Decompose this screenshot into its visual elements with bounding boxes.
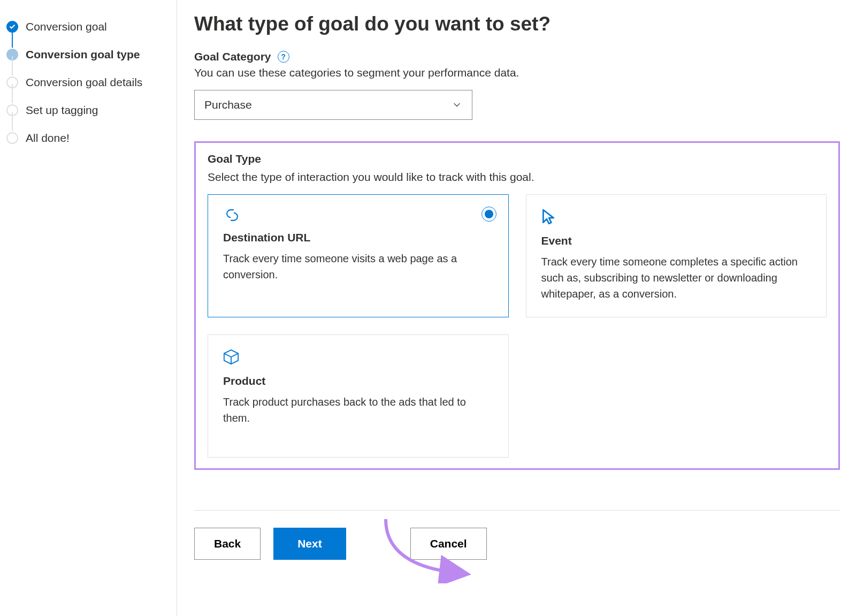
next-button[interactable]: Next [273, 528, 346, 560]
option-title: Event [541, 234, 812, 247]
goal-type-option-product[interactable]: Product Track product purchases back to … [208, 334, 509, 458]
goal-category-select[interactable]: Purchase [194, 90, 472, 120]
step-label: Conversion goal type [26, 48, 140, 61]
goal-type-panel: Goal Type Select the type of interaction… [194, 141, 840, 470]
step-label: All done! [26, 132, 70, 145]
option-description: Track every time someone completes a spe… [541, 254, 812, 302]
pending-step-icon [6, 132, 18, 144]
step-conversion-goal-type[interactable]: Conversion goal type [6, 41, 167, 69]
page-title: What type of goal do you want to set? [194, 13, 840, 35]
radio-selected-icon [482, 207, 496, 222]
empty-cell [526, 334, 827, 458]
option-description: Track every time someone visits a web pa… [223, 250, 493, 283]
back-button[interactable]: Back [194, 528, 261, 560]
step-conversion-goal-details[interactable]: Conversion goal details [6, 69, 167, 96]
goal-category-description: You can use these categories to segment … [194, 66, 840, 79]
goal-type-option-destination-url[interactable]: Destination URL Track every time someone… [208, 194, 509, 317]
goal-category-label: Goal Category [194, 50, 271, 63]
option-title: Product [223, 375, 493, 387]
goal-type-description: Select the type of interaction you would… [208, 171, 827, 184]
step-label: Conversion goal details [26, 76, 142, 89]
wizard-footer: Back Next Cancel [194, 511, 840, 560]
cursor-icon [541, 209, 812, 227]
wizard-steps: Conversion goal Conversion goal type Con… [6, 13, 167, 152]
help-icon[interactable]: ? [278, 51, 289, 63]
goal-type-label: Goal Type [208, 153, 827, 165]
goal-category-label-row: Goal Category ? [194, 50, 840, 63]
spacer [359, 528, 398, 560]
goal-type-row-1: Destination URL Track every time someone… [208, 194, 827, 317]
step-label: Conversion goal [26, 20, 107, 33]
option-description: Track product purchases back to the ads … [223, 394, 493, 426]
step-conversion-goal[interactable]: Conversion goal [6, 13, 167, 41]
goal-type-option-event[interactable]: Event Track every time someone completes… [526, 194, 827, 317]
step-set-up-tagging[interactable]: Set up tagging [6, 96, 167, 124]
step-label: Set up tagging [26, 104, 98, 117]
wizard-sidebar: Conversion goal Conversion goal type Con… [0, 0, 177, 616]
goal-type-row-2: Product Track product purchases back to … [208, 334, 827, 458]
box-icon [223, 349, 493, 367]
select-value: Purchase [204, 98, 252, 111]
chevron-down-icon [452, 100, 462, 110]
main-content: What type of goal do you want to set? Go… [177, 0, 856, 616]
link-icon [223, 209, 493, 224]
cancel-button[interactable]: Cancel [410, 528, 487, 560]
option-title: Destination URL [223, 231, 493, 244]
step-all-done[interactable]: All done! [6, 124, 167, 152]
